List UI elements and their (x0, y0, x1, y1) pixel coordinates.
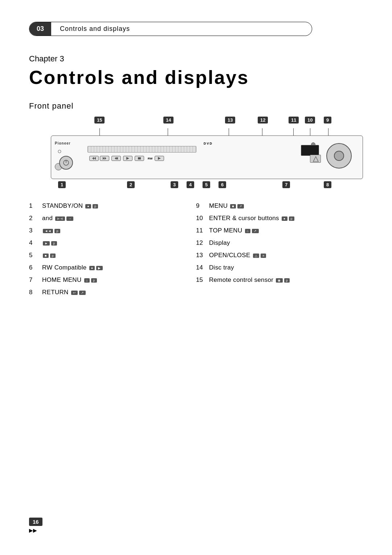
list-item: 15 Remote control sensor ◉p (196, 276, 363, 284)
page-arrow: ▶▶ (29, 527, 42, 533)
page-number-container: 16 ▶▶ (29, 518, 42, 533)
chapter-main-title: Controls and displays (29, 66, 363, 88)
device-illustration: Pioneer (51, 135, 363, 179)
svg-rect-11 (138, 157, 141, 159)
list-item: 4 ►p (29, 239, 196, 247)
icon-small: △ (253, 254, 259, 258)
list-item: 5 ■p (29, 252, 196, 259)
bot-num-3: 3 (171, 181, 178, 188)
top-num-10: 10 (305, 117, 315, 123)
prev-btn[interactable] (89, 156, 99, 161)
standby-indicator (58, 150, 61, 154)
svg-marker-6 (103, 157, 105, 160)
icon-small: ● (282, 216, 287, 221)
bot-num-8: 8 (324, 181, 331, 188)
icon-small: ◄◄ (43, 229, 53, 233)
svg-marker-13 (313, 157, 318, 162)
svg-marker-12 (158, 157, 161, 160)
icon-small: ≡ (261, 254, 266, 258)
top-num-9: 9 (324, 117, 331, 123)
top-num-14: 14 (163, 117, 173, 123)
display-screen (301, 145, 319, 156)
icon-small: ⌂ (84, 278, 90, 283)
icon-small: ↗ (237, 204, 244, 208)
icon-small: p (91, 278, 97, 283)
icon-small: p (51, 241, 57, 246)
icon-small: ► (43, 241, 50, 246)
next-btn[interactable] (100, 156, 109, 161)
top-num-12: 12 (258, 117, 268, 123)
list-item: 2 and ⊳⊲→ (29, 215, 196, 222)
icon-small: ↗ (252, 229, 258, 233)
icon-small: → (66, 216, 73, 221)
bot-num-6: 6 (219, 181, 226, 188)
chapter-number: 03 (29, 22, 51, 36)
list-item: 14 Disc tray (196, 264, 363, 271)
list-item: 6 RW Compatible ●▶ (29, 264, 196, 271)
icon-small: ⊳⊲ (55, 216, 65, 221)
list-item: 11 TOP MENU ⌂↗ (196, 227, 363, 234)
list-item: 1 STANDBY/ON ●p (29, 202, 196, 210)
bot-num-1: 1 (58, 181, 66, 188)
icon-small: ● (85, 204, 91, 208)
icon-small: ● (89, 266, 95, 270)
icon-small: ▶ (96, 266, 102, 270)
diagram-container: 15 14 13 12 11 10 9 Pioneer (29, 117, 363, 191)
top-number-labels: 15 14 13 12 11 10 9 (51, 117, 363, 127)
stop-btn[interactable] (135, 156, 144, 161)
icon-small: p (284, 278, 290, 283)
rw-btn[interactable] (155, 156, 164, 161)
top-num-13: 13 (225, 117, 235, 123)
icon-small: ■ (43, 254, 49, 258)
list-item: 8 RETURN ↩↗ (29, 289, 196, 296)
svg-text:Pioneer: Pioneer (55, 141, 71, 145)
chapter-label: Chapter 3 (29, 54, 363, 64)
list-item: 12 Display (196, 239, 363, 247)
icon-small: p (289, 216, 294, 221)
top-connector-lines (51, 128, 363, 135)
play-btn[interactable] (123, 156, 132, 161)
bot-num-5: 5 (203, 181, 210, 188)
control-buttons-row: RW (89, 156, 164, 161)
bot-num-7: 7 (282, 181, 290, 188)
svg-marker-10 (126, 157, 129, 160)
icon-small: ⌂ (245, 229, 251, 233)
chapter-header-title: Controls and displays (51, 22, 139, 36)
list-item: 13 OPEN/CLOSE △≡ (196, 252, 363, 259)
items-column-left: 1 STANDBY/ON ●p 2 and ⊳⊲→ 3 ◄◄p 4 ►p 5 ■… (29, 202, 196, 301)
top-num-11: 11 (289, 117, 299, 123)
nav-circle[interactable] (326, 143, 352, 169)
list-item: 10 ENTER & cursor buttons ●p (196, 215, 363, 222)
icon-small: ↩ (71, 291, 78, 295)
bot-num-4: 4 (187, 181, 194, 188)
list-item: 3 ◄◄p (29, 227, 196, 234)
rw-label: RW (148, 157, 152, 160)
items-section: 1 STANDBY/ON ●p 2 and ⊳⊲→ 3 ◄◄p 4 ►p 5 ■… (29, 202, 363, 301)
open-close-btn[interactable] (310, 155, 321, 163)
rewind-btn[interactable] (111, 156, 121, 161)
section-label: Front panel (29, 101, 363, 111)
svg-point-1 (58, 150, 61, 153)
items-column-right: 9 MENU ■↗ 10 ENTER & cursor buttons ●p 1… (196, 202, 363, 301)
icon-small: p (93, 204, 98, 208)
page-container: 03 Controls and displays Chapter 3 Contr… (0, 0, 392, 555)
svg-marker-5 (94, 157, 96, 160)
svg-marker-7 (105, 157, 106, 160)
icon-small: ◉ (276, 278, 282, 283)
device-inner: Pioneer (51, 136, 363, 179)
icon-small: ↗ (79, 291, 86, 295)
icon-small: ■ (230, 204, 236, 208)
nav-circle-inner[interactable] (334, 151, 344, 161)
bot-num-2: 2 (127, 181, 135, 188)
page-number-badge: 16 (29, 518, 42, 526)
bottom-number-labels: 1 2 3 4 5 6 7 8 (51, 181, 363, 191)
list-item: 9 MENU ■↗ (196, 202, 363, 210)
icon-small: p (54, 229, 60, 233)
dvd-label: DVD (204, 142, 213, 145)
disc-tray (87, 146, 196, 153)
svg-marker-4 (92, 157, 94, 160)
icon-small: p (50, 254, 56, 258)
power-button[interactable] (59, 156, 73, 170)
chapter-header-bar: 03 Controls and displays (29, 22, 312, 36)
top-num-15: 15 (94, 117, 105, 123)
